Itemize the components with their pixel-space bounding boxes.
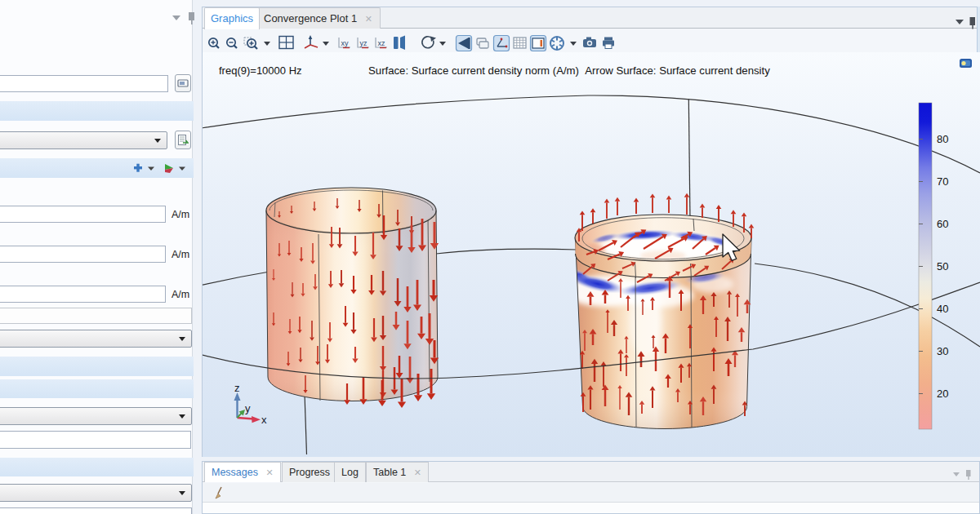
svg-text:50: 50 <box>937 260 948 273</box>
svg-text:70: 70 <box>937 175 948 188</box>
svg-text:20: 20 <box>937 388 948 400</box>
svg-text:freq(9)=10000 Hz: freq(9)=10000 Hz <box>219 64 302 77</box>
svg-text:Surface: Surface current densi: Surface: Surface current density norm (A… <box>368 64 770 77</box>
svg-text:xz: xz <box>378 39 386 47</box>
svg-text:80: 80 <box>937 133 948 145</box>
svg-text:60: 60 <box>937 218 948 230</box>
svg-text:xy: xy <box>341 39 350 47</box>
svg-text:yz: yz <box>360 39 368 47</box>
svg-text:30: 30 <box>937 345 948 357</box>
svg-text:40: 40 <box>937 303 948 315</box>
svg-text:x: x <box>261 414 267 426</box>
svg-text:z: z <box>234 382 240 394</box>
svg-text:y: y <box>245 402 251 414</box>
